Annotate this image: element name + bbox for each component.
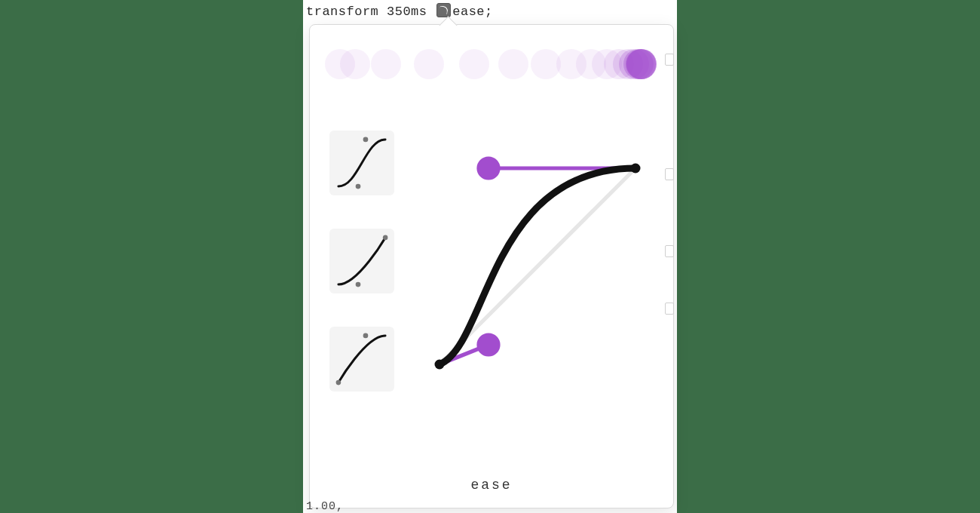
obscured-ui [665, 303, 674, 315]
bezier-curve-editor[interactable] [439, 168, 635, 364]
curve-end-icon [631, 164, 641, 174]
preview-ball [340, 49, 370, 79]
preset-ease-in[interactable] [329, 229, 394, 293]
letterbox-right [677, 0, 980, 513]
css-text-after: ease; [452, 5, 493, 19]
preview-ball [414, 49, 444, 79]
preset-ease-out[interactable] [329, 327, 394, 392]
css-text-before: transform 350ms [306, 5, 435, 19]
svg-point-4 [336, 380, 341, 386]
easing-name-label: ease [310, 478, 673, 493]
popover-arrow-icon [439, 16, 457, 34]
preset-list [329, 131, 399, 425]
svg-point-2 [356, 282, 361, 287]
css-declaration: transform 350ms ease; [306, 3, 493, 19]
preset-ease-in-out[interactable] [329, 131, 394, 195]
letterbox-left [0, 0, 303, 513]
svg-point-1 [363, 137, 369, 143]
easing-swatch-icon[interactable] [436, 3, 451, 17]
bezier-canvas[interactable] [439, 168, 635, 364]
svg-point-3 [383, 235, 388, 241]
easing-preview-track [325, 46, 658, 82]
control-handle-2[interactable] [476, 156, 500, 180]
bezier-editor-popover: ease [309, 24, 674, 508]
curve-start-icon [435, 360, 445, 370]
control-handle-1[interactable] [476, 333, 500, 356]
preview-ball [371, 49, 401, 79]
obscured-ui [665, 54, 674, 66]
svg-point-0 [356, 184, 361, 189]
preview-ball [626, 49, 657, 79]
cropped-text: 1.00, [306, 500, 344, 513]
viewport: transform 350ms ease; [303, 0, 677, 513]
svg-point-5 [363, 333, 369, 339]
obscured-ui [665, 245, 674, 257]
preview-ball [459, 49, 489, 79]
obscured-ui [665, 168, 674, 180]
preview-ball [498, 49, 528, 79]
